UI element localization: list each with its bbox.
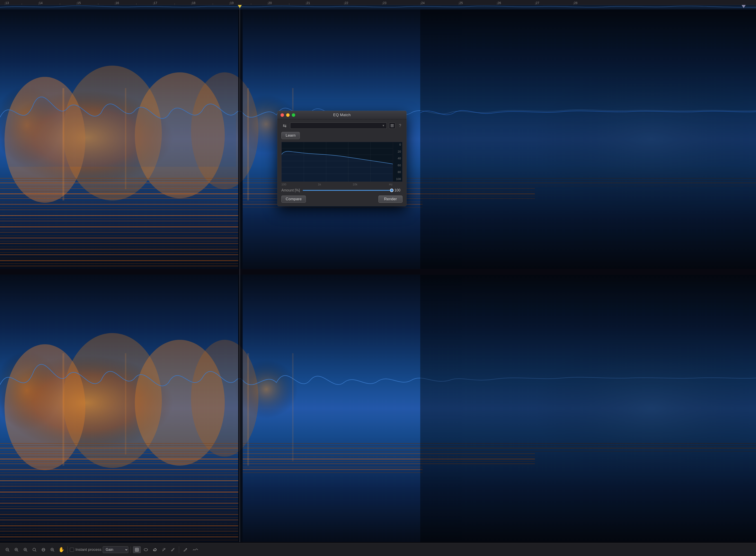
playhead-line xyxy=(240,5,240,542)
svg-rect-68 xyxy=(0,218,238,219)
svg-rect-145 xyxy=(0,520,238,520)
svg-rect-58 xyxy=(0,191,238,192)
learn-button[interactable]: Learn xyxy=(281,132,300,139)
svg-rect-165 xyxy=(420,275,756,542)
amount-slider-thumb[interactable] xyxy=(390,188,393,192)
svg-rect-99 xyxy=(63,88,64,201)
svg-rect-140 xyxy=(0,506,238,507)
zoom-reset-button[interactable] xyxy=(48,546,56,554)
amount-label: Amount [%] xyxy=(281,188,300,193)
amount-value: 100 xyxy=(394,188,403,193)
svg-rect-62 xyxy=(0,202,238,202)
preset-dropdown[interactable]: ▼ xyxy=(290,123,387,129)
svg-rect-75 xyxy=(0,238,238,238)
eq-x-label-10k: 10k xyxy=(353,183,357,186)
dialog-footer: Compare Render xyxy=(281,196,403,203)
instant-process-checkbox[interactable]: Instant process xyxy=(70,548,101,552)
gain-dropdown[interactable]: Gain Frequency Time xyxy=(103,546,128,553)
zoom-fit2-button[interactable] xyxy=(31,546,38,554)
lasso-tool-button[interactable] xyxy=(151,546,159,554)
svg-rect-197 xyxy=(135,548,138,551)
svg-rect-144 xyxy=(0,517,238,518)
svg-text:22: 22 xyxy=(345,1,348,5)
svg-rect-149 xyxy=(0,531,238,531)
svg-rect-169 xyxy=(247,353,249,466)
zoom-out-button[interactable] xyxy=(4,546,11,554)
svg-text:⊡: ⊡ xyxy=(25,549,26,551)
help-button[interactable]: ? xyxy=(398,123,403,129)
svg-rect-120 xyxy=(0,451,238,451)
zoom-fit-button[interactable]: ⊡ xyxy=(22,546,29,554)
pencil-button[interactable] xyxy=(181,546,189,554)
dialog-titlebar: EQ Match xyxy=(277,111,407,119)
svg-text:28: 28 xyxy=(574,1,578,5)
svg-rect-170 xyxy=(292,353,294,461)
svg-rect-67 xyxy=(0,215,238,216)
svg-point-202 xyxy=(144,548,148,551)
svg-rect-66 xyxy=(0,213,238,213)
svg-rect-77 xyxy=(0,243,238,244)
svg-rect-80 xyxy=(0,252,238,253)
svg-rect-124 xyxy=(0,461,238,462)
amount-slider-track[interactable] xyxy=(303,190,392,191)
zoom-out2-button[interactable]: ⊖ xyxy=(40,546,47,554)
ellipse-tool-button[interactable] xyxy=(142,546,150,554)
svg-rect-97 xyxy=(243,207,422,208)
svg-rect-146 xyxy=(0,523,238,523)
svg-rect-125 xyxy=(0,463,238,464)
svg-rect-162 xyxy=(243,467,422,467)
eq-match-dialog: EQ Match ⇄ ▼ ? Learn xyxy=(277,111,407,206)
close-button[interactable] xyxy=(280,113,284,117)
svg-rect-142 xyxy=(0,512,238,512)
svg-rect-204 xyxy=(164,548,165,549)
hand-tool-button[interactable]: ✋ xyxy=(58,546,65,554)
eq-y-label-60: 60 xyxy=(394,164,401,167)
svg-rect-164 xyxy=(243,473,422,473)
eq-y-label-40: 40 xyxy=(394,157,401,160)
svg-point-209 xyxy=(171,550,172,551)
svg-rect-130 xyxy=(0,478,238,479)
svg-rect-78 xyxy=(0,247,238,247)
svg-rect-134 xyxy=(0,489,238,490)
hamburger-button[interactable] xyxy=(389,123,395,129)
svg-rect-126 xyxy=(0,467,238,467)
svg-rect-148 xyxy=(0,529,238,529)
zoom-in-button[interactable] xyxy=(12,546,20,554)
svg-rect-138 xyxy=(0,500,238,501)
svg-rect-65 xyxy=(0,209,238,210)
amount-row: Amount [%] 100 xyxy=(281,188,403,193)
svg-rect-117 xyxy=(0,443,238,444)
playhead-end-marker[interactable] xyxy=(742,5,746,8)
curve-button[interactable] xyxy=(191,546,200,554)
grid-tool-button[interactable] xyxy=(133,546,141,553)
svg-rect-128 xyxy=(0,473,238,473)
toolbar-separator-1 xyxy=(67,546,68,553)
eq-y-labels: 0 20 40 60 80 100 xyxy=(393,142,402,182)
checkbox-box[interactable] xyxy=(70,548,74,552)
svg-text:24: 24 xyxy=(421,1,425,5)
top-waveform-strip xyxy=(0,5,756,9)
svg-rect-60 xyxy=(0,196,238,197)
magic-wand-button[interactable] xyxy=(160,546,168,554)
render-button[interactable]: Render xyxy=(378,196,403,203)
svg-text:15: 15 xyxy=(77,1,81,5)
hamburger-line-1 xyxy=(390,124,394,125)
dialog-icon-button[interactable]: ⇄ xyxy=(281,123,288,129)
svg-line-210 xyxy=(174,548,174,548)
svg-line-181 xyxy=(8,551,9,552)
svg-rect-63 xyxy=(0,204,238,205)
svg-rect-122 xyxy=(0,456,238,457)
playhead-marker[interactable] xyxy=(238,5,242,8)
svg-line-194 xyxy=(53,551,54,552)
tools-button[interactable] xyxy=(169,546,177,554)
maximize-button[interactable] xyxy=(292,113,295,117)
spectrogram-divider xyxy=(0,269,756,275)
compare-button[interactable]: Compare xyxy=(281,196,306,203)
eq-y-label-20: 20 xyxy=(394,150,401,153)
minimize-button[interactable] xyxy=(286,113,290,117)
svg-rect-72 xyxy=(0,230,238,230)
svg-rect-139 xyxy=(0,503,238,503)
svg-rect-135 xyxy=(0,491,238,493)
svg-rect-73 xyxy=(0,232,238,233)
eq-x-labels: 100 1k 10k Hz xyxy=(281,183,403,188)
